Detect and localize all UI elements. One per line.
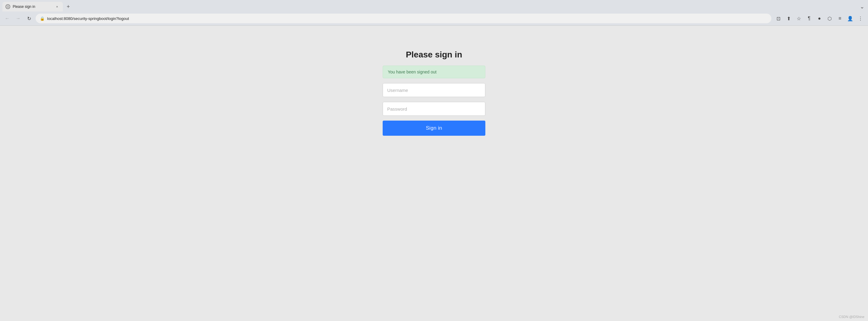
browser-chrome: Please sign in × + ⌄ ← → ↻ 🔒 localhost:8… <box>0 0 868 26</box>
tab-close-button[interactable]: × <box>54 4 60 9</box>
window-minimize-button[interactable]: ⌄ <box>859 2 866 11</box>
url-bar[interactable]: 🔒 localhost:8080/security-springboot/log… <box>36 13 771 23</box>
login-container: Please sign in You have been signed out … <box>383 50 485 136</box>
bookmark-button[interactable]: ☆ <box>794 14 803 23</box>
password-input[interactable] <box>383 102 485 116</box>
media-button[interactable]: ≡ <box>835 14 844 23</box>
sign-in-button[interactable]: Sign in <box>383 121 485 136</box>
profile-button[interactable]: ● <box>815 14 824 23</box>
page-heading: Please sign in <box>406 50 462 60</box>
tab-bar: Please sign in × + ⌄ <box>0 0 868 11</box>
address-bar: ← → ↻ 🔒 localhost:8080/security-springbo… <box>0 11 868 25</box>
tab-title: Please sign in <box>13 4 52 9</box>
refresh-button[interactable]: ↻ <box>25 14 33 23</box>
tab-favicon <box>5 4 10 9</box>
translate-button[interactable]: ⊡ <box>774 14 783 23</box>
paragraph-button[interactable]: ¶ <box>805 14 814 23</box>
avatar-button[interactable]: 👤 <box>846 14 855 23</box>
back-button[interactable]: ← <box>3 14 11 23</box>
alert-success-banner: You have been signed out <box>383 66 485 78</box>
menu-button[interactable]: ⋮ <box>856 14 865 23</box>
extension-button[interactable]: ⬡ <box>825 14 834 23</box>
username-input[interactable] <box>383 83 485 97</box>
alert-message: You have been signed out <box>388 69 436 75</box>
lock-icon: 🔒 <box>40 16 45 21</box>
watermark: CSDN @IDShine <box>839 315 864 319</box>
toolbar-right: ⊡ ⬆ ☆ ¶ ● ⬡ ≡ 👤 ⋮ <box>774 14 865 23</box>
share-button[interactable]: ⬆ <box>784 14 793 23</box>
page-content: Please sign in You have been signed out … <box>0 26 868 321</box>
forward-button[interactable]: → <box>14 14 22 23</box>
url-text: localhost:8080/security-springboot/login… <box>47 16 767 21</box>
new-tab-button[interactable]: + <box>64 2 72 11</box>
active-tab[interactable]: Please sign in × <box>2 2 63 11</box>
